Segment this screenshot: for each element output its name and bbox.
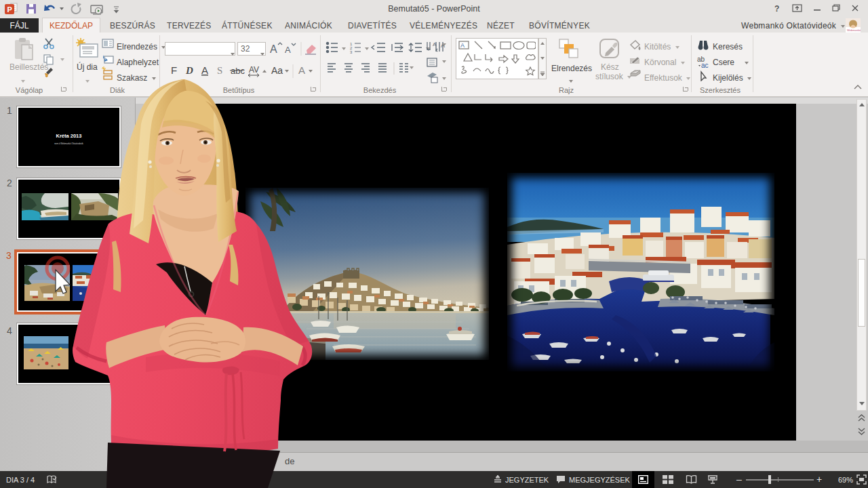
svg-text:D: D	[185, 65, 193, 76]
svg-text:?: ?	[774, 4, 779, 14]
svg-text:A: A	[460, 42, 465, 49]
svg-text:A: A	[201, 64, 208, 76]
svg-text:S: S	[217, 65, 222, 76]
svg-text:AV: AV	[249, 65, 259, 75]
svg-text:A: A	[285, 45, 291, 55]
svg-text:A: A	[270, 43, 277, 55]
svg-text:F: F	[171, 64, 177, 76]
svg-text:P: P	[7, 5, 12, 14]
svg-text:A: A	[433, 41, 437, 47]
svg-text:A: A	[298, 64, 305, 76]
svg-text:Aa: Aa	[271, 65, 283, 76]
svg-text:ac: ac	[701, 62, 709, 69]
svg-text:Webmankó: Webmankó	[847, 28, 861, 32]
svg-text:3: 3	[350, 50, 353, 54]
